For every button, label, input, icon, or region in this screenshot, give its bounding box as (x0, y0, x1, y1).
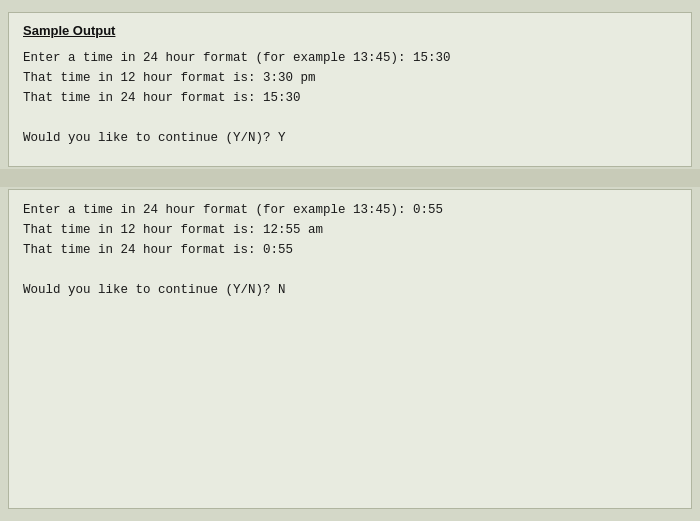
top-output-text: Enter a time in 24 hour format (for exam… (23, 48, 677, 148)
bottom-section: Enter a time in 24 hour format (for exam… (8, 189, 692, 509)
section-title: Sample Output (23, 23, 677, 38)
divider (0, 169, 700, 187)
top-section: Sample Output Enter a time in 24 hour fo… (8, 12, 692, 167)
bottom-output-text: Enter a time in 24 hour format (for exam… (23, 200, 677, 300)
page-wrapper: Sample Output Enter a time in 24 hour fo… (0, 0, 700, 521)
